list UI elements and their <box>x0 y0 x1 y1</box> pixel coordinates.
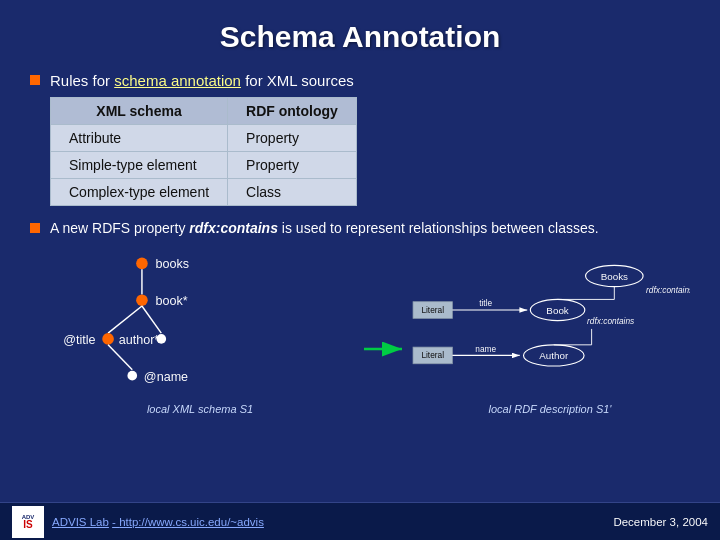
svg-line-1 <box>108 306 142 333</box>
books-label: books <box>155 257 189 271</box>
literal-label-1: Literal <box>421 305 444 315</box>
cell-xml-1: Attribute <box>51 125 228 152</box>
bullet-icon-1 <box>30 75 40 85</box>
svg-line-3 <box>108 345 132 370</box>
right-diagram-label: local RDF description S1' <box>410 403 690 415</box>
advis-logo-box: ADV IS <box>12 506 44 538</box>
cell-rdf-3: Class <box>228 179 357 206</box>
schema-annotation-link: schema annotation <box>114 72 241 89</box>
diagram-section: books book* author* @title @name <box>40 246 690 421</box>
advis-url: http://www.cs.uic.edu/~advis <box>119 516 264 528</box>
bottom-text: ADVIS Lab - http://www.cs.uic.edu/~advis <box>52 516 264 528</box>
col-header-rdf: RDF ontology <box>228 98 357 125</box>
author-node <box>102 333 114 345</box>
slide: Schema Annotation Rules for schema annot… <box>0 0 720 540</box>
book-label: book* <box>155 294 187 308</box>
contains-label-2: rdfx:contains <box>587 316 634 326</box>
attrname-node <box>127 371 137 381</box>
table-header-row: XML schema RDF ontology <box>51 98 357 125</box>
schema-table: XML schema RDF ontology Attribute Proper… <box>50 97 357 206</box>
attrtitle-node <box>156 334 166 344</box>
book-rdf-label: Book <box>546 305 568 316</box>
name-edge-label: name <box>475 344 496 354</box>
bottom-date: December 3, 2004 <box>613 516 708 528</box>
bullet-text-1: Rules for schema annotation for XML sour… <box>50 72 354 89</box>
cell-xml-3: Complex-type element <box>51 179 228 206</box>
rdfx-contains-text: rdfx:contains <box>189 220 278 236</box>
col-header-xml: XML schema <box>51 98 228 125</box>
bullet-text-2: A new RDFS property rdfx:contains is use… <box>50 220 599 236</box>
bullet-row-2: A new RDFS property rdfx:contains is use… <box>30 220 690 236</box>
left-diagram: books book* author* @title @name <box>40 246 360 421</box>
author-rdf-label: Author <box>539 350 569 361</box>
attrtitle-label: @title <box>63 333 95 347</box>
attrname-label: @name <box>144 370 188 384</box>
bullet-row-1: Rules for schema annotation for XML sour… <box>30 72 690 89</box>
bullet-section-1: Rules for schema annotation for XML sour… <box>30 72 690 206</box>
left-diagram-svg: books book* author* @title @name <box>40 246 360 396</box>
bottom-bar: ADV IS ADVIS Lab - http://www.cs.uic.edu… <box>0 502 720 540</box>
cell-xml-2: Simple-type element <box>51 152 228 179</box>
author-label: author* <box>119 333 160 347</box>
svg-line-2 <box>142 306 161 333</box>
schema-table-wrapper: XML schema RDF ontology Attribute Proper… <box>50 97 690 206</box>
bullet-section-2: A new RDFS property rdfx:contains is use… <box>30 220 690 236</box>
cell-rdf-2: Property <box>228 152 357 179</box>
book-node <box>136 294 148 306</box>
center-arrow <box>360 334 410 364</box>
advis-lab-text: ADVIS Lab <box>52 516 109 528</box>
books-node <box>136 258 148 270</box>
right-diagram: Books rdfx:contains Literal title Book <box>410 246 690 421</box>
title-edge-label: title <box>479 298 492 308</box>
bullet-icon-2 <box>30 223 40 233</box>
bottom-left: ADV IS ADVIS Lab - http://www.cs.uic.edu… <box>12 506 264 538</box>
slide-title: Schema Annotation <box>30 20 690 54</box>
table-row: Attribute Property <box>51 125 357 152</box>
arrow-container <box>360 246 410 421</box>
books-rdf-label: Books <box>601 271 628 282</box>
left-diagram-label: local XML schema S1 <box>40 403 360 415</box>
contains-label-1: rdfx:contains <box>646 285 690 295</box>
table-row: Simple-type element Property <box>51 152 357 179</box>
table-row: Complex-type element Class <box>51 179 357 206</box>
right-diagram-svg: Books rdfx:contains Literal title Book <box>410 246 690 396</box>
cell-rdf-1: Property <box>228 125 357 152</box>
literal-label-2: Literal <box>421 350 444 360</box>
